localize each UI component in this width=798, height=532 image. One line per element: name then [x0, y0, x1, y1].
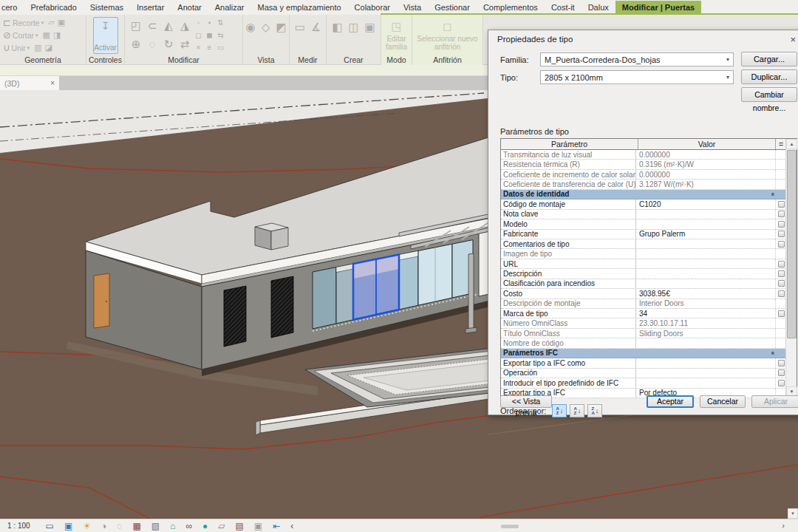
props-icon[interactable]: ▭: [217, 44, 224, 52]
param-value[interactable]: [636, 259, 775, 268]
linework-icon[interactable]: ◩: [276, 21, 286, 34]
rotate-icon[interactable]: ↻: [164, 38, 174, 51]
locked-3d-view-icon[interactable]: ⌂: [170, 520, 175, 532]
ruler-icon[interactable]: ▭: [295, 21, 305, 34]
table-row[interactable]: Código de montaje C1020 «: [501, 200, 786, 209]
associate-param-button[interactable]: [778, 211, 785, 217]
param-value[interactable]: [636, 279, 775, 288]
seleccionar-anfitrion-button[interactable]: ◻ Seleccionar nuevo anfitrión: [415, 16, 480, 55]
table-row[interactable]: Operación «: [501, 369, 786, 378]
table-row[interactable]: Coeficiente de transferencia de calor (U…: [501, 180, 786, 189]
editar-familia-button[interactable]: ◳ Editar familia: [384, 16, 409, 55]
unir-button[interactable]: ∪Unir▾▥◪: [3, 41, 83, 54]
entry-door[interactable]: [94, 273, 109, 328]
table-row[interactable]: Datos de identidad «: [501, 190, 786, 200]
table-row[interactable]: Resistencia térmica (R) 0.3196 (m²·K)/W …: [501, 160, 786, 169]
ribbon-tab[interactable]: Prefabricado: [24, 1, 83, 15]
ribbon-tab[interactable]: cero: [0, 1, 24, 15]
lattice-panel-1[interactable]: [224, 286, 246, 347]
copy-tool-icon[interactable]: ◌: [149, 38, 156, 50]
table-row[interactable]: Modelo «: [501, 219, 786, 229]
hscroll-right-arrow[interactable]: ›: [782, 521, 785, 530]
alinear-icon[interactable]: ▥: [34, 43, 41, 52]
recorte-button[interactable]: ⊏Recorte▾▱▣: [3, 16, 83, 29]
delete-icon[interactable]: ×: [197, 44, 201, 52]
paste-icon[interactable]: ▱: [48, 18, 54, 27]
aceptar-button[interactable]: Aceptar: [647, 395, 694, 408]
demoler-icon[interactable]: ▦: [43, 30, 50, 40]
param-value[interactable]: [636, 338, 775, 347]
scale-icon[interactable]: ▪: [208, 18, 211, 27]
array-icon[interactable]: ▫: [197, 18, 200, 27]
lattice-panel-2[interactable]: [271, 276, 293, 338]
copy-icon[interactable]: ▣: [58, 18, 65, 27]
cambiar-nombre-button[interactable]: Cambiar nombre...: [741, 87, 797, 102]
param-value[interactable]: Grupo Palerm: [636, 230, 775, 239]
associate-param-button[interactable]: [778, 231, 785, 237]
param-value[interactable]: 3.1287 W/(m²·K): [636, 180, 775, 188]
pin-element-icon[interactable]: ⇅: [217, 18, 223, 27]
table-row[interactable]: Introducir el tipo predefinido de IFC «: [501, 378, 786, 388]
vista-previa-button[interactable]: << Vista previa: [500, 395, 552, 408]
param-value[interactable]: 23.30.10.17.11: [636, 318, 775, 327]
angle-measure-icon[interactable]: ∡: [311, 21, 321, 34]
view-tab-3d[interactable]: (3D) ×: [0, 76, 59, 90]
temporary-hide-isolate-icon[interactable]: ∞: [185, 520, 192, 532]
associate-param-button[interactable]: [778, 380, 785, 386]
table-row[interactable]: Nota clave «: [501, 210, 786, 219]
activar-cotas-button[interactable]: ↧ Activar: [93, 17, 118, 54]
param-value[interactable]: [636, 249, 775, 258]
associate-param-button[interactable]: [778, 369, 785, 376]
create-similar-icon[interactable]: ◧: [332, 21, 342, 34]
displaced-elements-icon[interactable]: ▤: [235, 520, 243, 532]
roof-skylight-box[interactable]: [255, 223, 288, 250]
ribbon-tab[interactable]: Insertar: [130, 1, 171, 15]
ribbon-tab[interactable]: Masa y emplazamiento: [251, 1, 348, 15]
familia-select[interactable]: M_Puerta-Corredera-Dos_hojas ▾: [540, 52, 734, 66]
table-row[interactable]: Fabricante Grupo Palerm «: [501, 230, 786, 239]
table-row[interactable]: URL «: [501, 259, 786, 269]
reveal-hidden-elements-icon[interactable]: ●: [202, 520, 208, 532]
param-value[interactable]: 3038.95€: [636, 289, 775, 298]
dialog-titlebar[interactable]: Propiedades de tipo ×: [488, 30, 798, 48]
move-icon[interactable]: ⊕: [132, 38, 141, 51]
override-icon[interactable]: ◇: [262, 21, 270, 34]
associate-param-button[interactable]: [778, 261, 785, 267]
collapse-section-icon[interactable]: «: [768, 192, 776, 196]
sun-path-icon[interactable]: ☀: [83, 520, 91, 532]
collapse-section-icon[interactable]: «: [768, 351, 776, 355]
selected-sliding-door[interactable]: [353, 255, 399, 320]
param-value[interactable]: 34: [636, 309, 775, 318]
param-value[interactable]: [636, 269, 775, 278]
table-row[interactable]: Marca de tipo 34 «: [501, 309, 786, 318]
associate-param-button[interactable]: [778, 310, 785, 317]
table-row[interactable]: Coeficiente de incremento de calor solar…: [501, 170, 786, 180]
create-group-icon[interactable]: ◫: [348, 21, 358, 34]
associate-param-button[interactable]: [778, 360, 785, 366]
detail-level-icon[interactable]: ▭: [46, 520, 54, 532]
table-row[interactable]: Nombre de código «: [501, 338, 786, 348]
canvas-vscroll-down[interactable]: ▼: [788, 508, 798, 519]
modify-corner-icon[interactable]: ◰: [131, 19, 141, 33]
create-assembly-icon[interactable]: ▣: [365, 21, 375, 34]
scrollbar-thumb[interactable]: [787, 150, 797, 338]
view-scale-button[interactable]: 1 : 100: [7, 522, 30, 530]
param-value[interactable]: C1020: [636, 200, 775, 208]
ribbon-tab[interactable]: Anotar: [171, 1, 208, 15]
aplicar-button[interactable]: Aplicar: [751, 395, 798, 408]
param-value[interactable]: [636, 378, 775, 387]
param-value[interactable]: Interior Doors: [636, 299, 775, 308]
unpin-icon[interactable]: ◻: [195, 31, 201, 39]
hide-icon[interactable]: ◉: [246, 21, 256, 34]
cancelar-button[interactable]: Cancelar: [700, 395, 746, 408]
mirror-axis-icon[interactable]: ◭: [164, 19, 173, 33]
worksharing-display-icon[interactable]: ▣: [254, 520, 262, 532]
dialog-close-icon[interactable]: ×: [790, 34, 796, 45]
param-value[interactable]: [636, 219, 775, 228]
table-row[interactable]: Transmitancia de luz visual 0.000000 «: [501, 150, 786, 160]
table-row[interactable]: Imagen de tipo «: [501, 249, 786, 259]
table-row[interactable]: Título OmniClass Sliding Doors «: [501, 329, 786, 338]
param-value[interactable]: Sliding Doors: [636, 329, 775, 338]
table-row[interactable]: Número OmniClass 23.30.10.17.11 «: [501, 318, 786, 328]
tipo-select[interactable]: 2805 x 2100mm ▾: [540, 70, 734, 84]
